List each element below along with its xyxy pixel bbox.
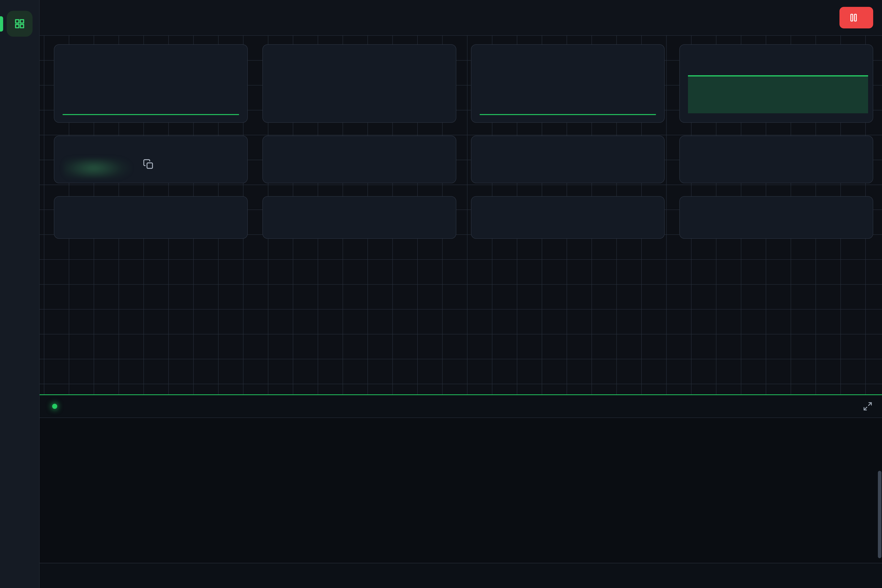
maximize-icon	[863, 401, 873, 411]
pause-icon	[849, 12, 859, 23]
tps-area-chart	[688, 75, 868, 113]
active-indicator	[0, 16, 3, 32]
uptime-card	[680, 196, 873, 239]
players-sparkline	[480, 114, 656, 115]
tps-card	[680, 44, 873, 123]
console-header	[40, 395, 882, 418]
cpu-sparkline	[271, 111, 444, 116]
sidebar	[0, 0, 40, 588]
server-ip-redacted-value	[63, 158, 131, 178]
cpu-card	[262, 44, 456, 123]
entities-card	[471, 196, 665, 239]
command-input[interactable]	[58, 571, 529, 580]
version-card	[262, 136, 456, 183]
grid-icon	[14, 18, 25, 29]
topbar	[40, 0, 882, 35]
status-online-dot	[52, 404, 57, 409]
software-card	[471, 136, 665, 183]
memory-sparkline	[63, 114, 239, 115]
console-log[interactable]	[40, 418, 882, 562]
copy-icon	[143, 159, 154, 170]
dashboard	[40, 35, 882, 394]
loaded-chunks-card	[262, 196, 456, 239]
mspt-card	[54, 196, 248, 239]
expand-console-button[interactable]	[863, 401, 873, 411]
stop-button[interactable]	[840, 7, 873, 28]
motd-card	[680, 136, 873, 183]
memory-card	[54, 44, 248, 123]
console-input-bar	[40, 563, 882, 588]
sidebar-item-dashboard[interactable]	[7, 11, 33, 37]
console-scrollbar-thumb[interactable]	[878, 471, 881, 558]
copy-ip-button[interactable]	[143, 159, 154, 170]
server-ip-card	[54, 136, 248, 183]
players-card	[471, 44, 665, 123]
